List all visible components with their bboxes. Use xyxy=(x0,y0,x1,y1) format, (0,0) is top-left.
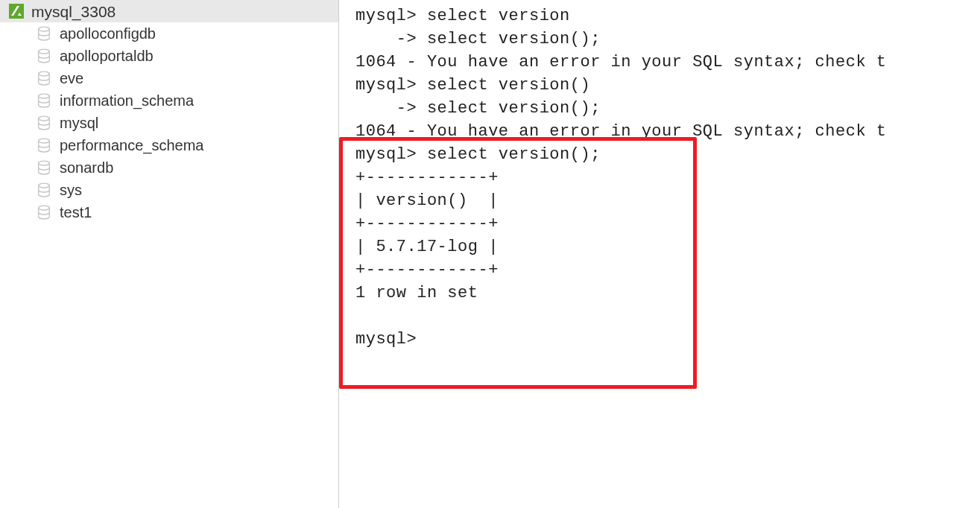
database-item-apolloportaldb[interactable]: apolloportaldb xyxy=(0,45,338,67)
svg-point-8 xyxy=(39,183,50,188)
svg-point-5 xyxy=(39,116,50,121)
database-icon xyxy=(36,48,52,64)
database-icon xyxy=(36,92,52,109)
svg-point-4 xyxy=(39,94,50,98)
database-item-eve[interactable]: eve xyxy=(0,67,338,89)
svg-point-9 xyxy=(39,206,50,210)
database-label: apolloportaldb xyxy=(60,48,154,63)
database-item-mysql[interactable]: mysql xyxy=(0,112,338,134)
database-label: performance_schema xyxy=(60,138,203,153)
database-icon xyxy=(36,137,52,153)
svg-point-3 xyxy=(39,72,50,76)
database-item-sonardb[interactable]: sonardb xyxy=(0,156,338,179)
database-label: sys xyxy=(60,182,82,197)
connection-item[interactable]: mysql_3308 xyxy=(0,0,338,22)
database-icon xyxy=(36,204,52,220)
database-sidebar: mysql_3308 apolloconfigdb apolloportaldb… xyxy=(0,0,339,508)
database-item-apolloconfigdb[interactable]: apolloconfigdb xyxy=(0,22,338,45)
database-item-test1[interactable]: test1 xyxy=(0,201,338,223)
database-icon xyxy=(36,182,52,198)
database-label: mysql xyxy=(60,115,98,130)
database-item-sys[interactable]: sys xyxy=(0,179,338,201)
database-item-information-schema[interactable]: information_schema xyxy=(0,89,338,112)
database-icon xyxy=(36,25,52,42)
svg-point-2 xyxy=(39,49,50,54)
svg-point-6 xyxy=(39,139,50,143)
database-label: test1 xyxy=(60,205,92,220)
database-label: information_schema xyxy=(60,93,194,108)
svg-rect-0 xyxy=(9,4,24,19)
database-label: apolloconfigdb xyxy=(60,26,156,41)
svg-point-7 xyxy=(39,161,50,165)
database-icon xyxy=(36,70,52,86)
connection-label: mysql_3308 xyxy=(31,4,116,19)
database-label: sonardb xyxy=(60,160,113,175)
database-item-performance-schema[interactable]: performance_schema xyxy=(0,134,338,156)
svg-point-1 xyxy=(39,27,50,31)
database-icon xyxy=(36,159,52,176)
console-pane[interactable]: mysql> select version -> select version(… xyxy=(339,0,980,508)
console-output[interactable]: mysql> select version -> select version(… xyxy=(355,4,980,351)
connection-icon xyxy=(7,2,25,20)
database-icon xyxy=(36,115,52,131)
database-label: eve xyxy=(60,71,83,86)
